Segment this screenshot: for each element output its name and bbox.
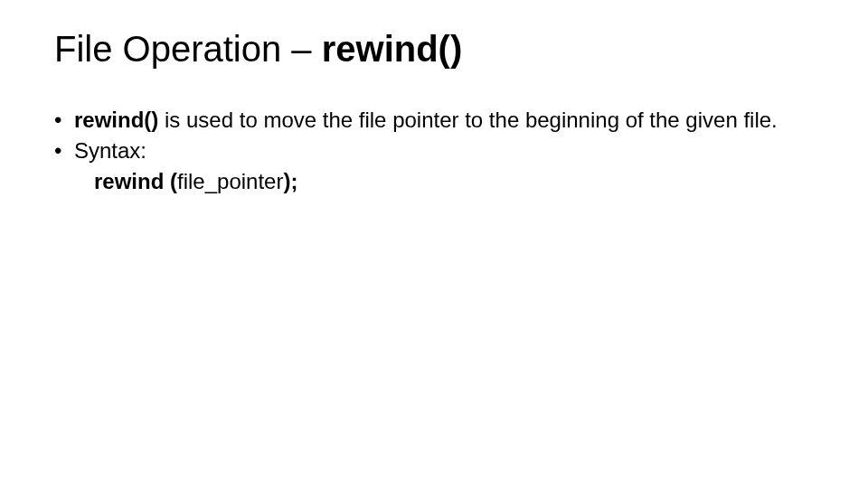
slide-title: File Operation – rewind() (54, 29, 814, 69)
syntax-line: rewind (file_pointer); (54, 168, 814, 195)
syntax-keyword: rewind ( (94, 169, 177, 193)
title-bold: rewind() (322, 29, 463, 69)
bullet-1: rewind() is used to move the file pointe… (54, 107, 814, 134)
title-prefix: File Operation – (54, 29, 322, 69)
syntax-end: ); (283, 169, 297, 193)
bullet-2: Syntax: (54, 137, 814, 164)
bullet-2-text: Syntax: (74, 138, 146, 163)
bullet-list: rewind() is used to move the file pointe… (54, 107, 814, 164)
bullet-1-bold: rewind() (74, 108, 158, 132)
syntax-arg: file_pointer (177, 169, 283, 193)
slide: File Operation – rewind() rewind() is us… (0, 0, 868, 488)
slide-body: rewind() is used to move the file pointe… (54, 107, 814, 195)
bullet-1-text: is used to move the file pointer to the … (158, 108, 777, 132)
